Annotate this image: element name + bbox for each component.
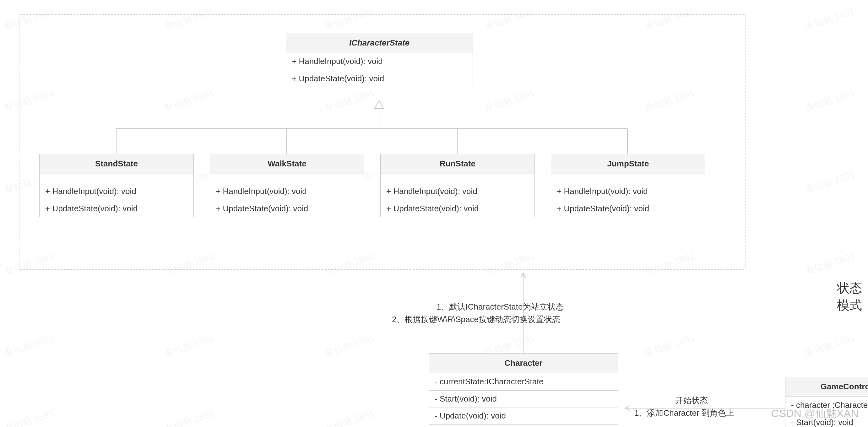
class-method: + UpdateState(void): void	[39, 200, 193, 217]
class-method: + UpdateState(void): void	[551, 200, 705, 217]
watermark: 泰仙魅 1891	[803, 86, 857, 115]
note-gamecontroller-line2: 1、添加Character 到角色上	[634, 407, 734, 419]
note-character-line1: 1、默认ICharacterState为站立状态	[436, 301, 564, 312]
watermark: 泰仙魅 1891	[803, 5, 857, 33]
class-method: + UpdateState(void): void	[210, 200, 364, 217]
watermark: 泰仙魅 1891	[323, 331, 376, 360]
diagram-canvas: 泰仙魅 1891 泰仙魅 1891 泰仙魅 1891 泰仙魅 1891 泰仙魅 …	[0, 0, 868, 427]
class-method: + UpdateState(void): void	[286, 70, 473, 87]
class-title: StandState	[39, 154, 193, 174]
note-gamecontroller-line1: 开始状态	[675, 395, 708, 406]
class-jumpstate: JumpState + HandleInput(void): void + Up…	[551, 154, 705, 217]
class-method: - Start(void): void	[429, 391, 618, 408]
class-method: + HandleInput(void): void	[39, 183, 193, 200]
class-title: WalkState	[210, 154, 364, 174]
watermark: 泰仙魅 1891	[803, 331, 857, 360]
class-method: + HandleInput(void): void	[381, 183, 534, 200]
watermark: 泰仙魅 1891	[803, 168, 857, 196]
class-standstate: StandState + HandleInput(void): void + U…	[39, 154, 194, 217]
watermark: 泰仙魅 1891	[163, 406, 216, 427]
class-character: Character - currentState:ICharacterState…	[429, 353, 618, 427]
watermark: 泰仙魅 1891	[163, 331, 216, 360]
class-walkstate: WalkState + HandleInput(void): void + Up…	[210, 154, 364, 217]
csdn-watermark: CSDN @仙魅XAN	[771, 406, 859, 421]
class-title: ICharacterState	[286, 33, 473, 53]
note-character-line2: 2、根据按键W\R\Space按键动态切换设置状态	[392, 314, 560, 325]
class-method: + HandleInput(void): void	[210, 183, 364, 200]
watermark: 泰仙魅 1891	[803, 250, 857, 278]
watermark: 泰仙魅 1891	[643, 331, 696, 360]
class-title: JumpState	[551, 154, 705, 174]
watermark: 泰仙魅 1891	[2, 406, 56, 427]
class-title: Character	[429, 354, 618, 373]
class-method: + HandleInput(void): void	[286, 53, 473, 70]
class-method: - Update(void): void	[429, 407, 618, 425]
class-attr: - currentState:ICharacterState	[429, 373, 618, 390]
class-title: GameController	[785, 377, 868, 397]
watermark: 泰仙魅 1891	[2, 331, 56, 360]
class-method: + SetState(ICharacterState ): void	[429, 425, 618, 427]
class-method: + UpdateState(void): void	[381, 200, 534, 217]
class-title: RunState	[381, 154, 534, 174]
watermark: 泰仙魅 1891	[323, 406, 376, 427]
diagram-title: 状态模式	[837, 279, 868, 314]
class-icharacterstate: ICharacterState + HandleInput(void): voi…	[286, 33, 473, 87]
class-method: + HandleInput(void): void	[551, 183, 705, 200]
class-runstate: RunState + HandleInput(void): void + Upd…	[380, 154, 535, 217]
